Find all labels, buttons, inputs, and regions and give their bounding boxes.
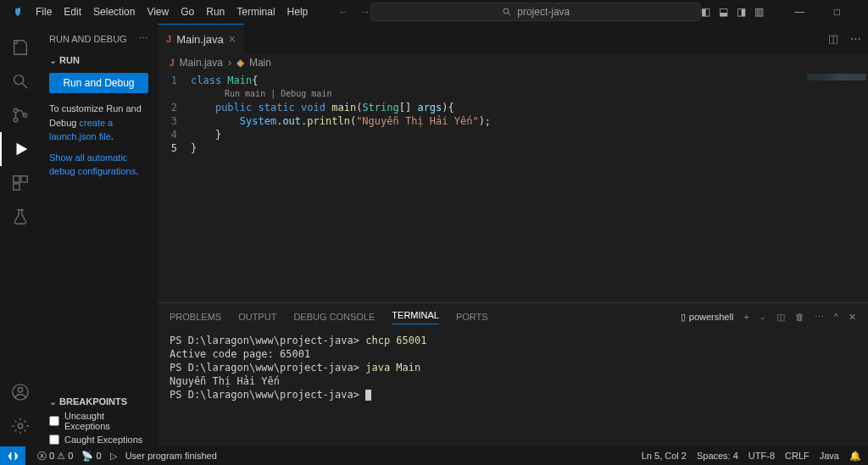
layout-sidebar-left-icon[interactable]: ◧ [701,6,710,18]
status-spaces[interactable]: Spaces: 4 [697,451,738,462]
terminal-body[interactable]: PS D:\laragon\www\project-java> chcp 650… [158,330,868,446]
status-errors[interactable]: ⓧ 0 ⚠ 0 [37,450,73,462]
menu-go[interactable]: Go [175,3,199,21]
status-notifications-icon[interactable]: 🔔 [849,451,861,462]
activity-settings[interactable] [0,409,41,443]
sidebar: RUN AND DEBUG ⋯ RUN Run and Debug To cus… [41,24,158,446]
svg-point-12 [18,423,23,429]
java-file-icon: J [166,34,171,44]
layout-customize-icon[interactable]: ▥ [754,6,764,18]
editor-tabs: J Main.java × ◫ ⋯ [158,24,868,53]
svg-point-4 [14,108,18,113]
line-numbers: 12345 [158,74,187,302]
activity-testing[interactable] [0,200,41,234]
svg-rect-9 [14,184,19,190]
menu-bar: File Edit Selection View Go Run Terminal… [0,3,313,21]
status-ports[interactable]: 📡 0 [81,451,101,462]
svg-line-3 [23,84,28,89]
kill-terminal-icon[interactable]: 🗑 [795,312,804,322]
app-logo [7,3,29,21]
bottom-panel: PROBLEMS OUTPUT DEBUG CONSOLE TERMINAL P… [158,302,868,446]
customize-text: To customize Run and Debug create a laun… [41,98,157,147]
activity-extensions[interactable] [0,166,41,200]
layout-sidebar-right-icon[interactable]: ◨ [737,6,746,18]
remote-button[interactable] [0,446,25,465]
panel-problems[interactable]: PROBLEMS [170,312,221,322]
section-breakpoints[interactable]: BREAKPOINTS [41,395,157,409]
activity-accounts[interactable] [0,375,41,409]
tab-close-icon[interactable]: × [229,32,236,46]
status-message: User program finished [125,451,217,461]
split-terminal-icon[interactable]: ◫ [776,312,785,323]
panel-output[interactable]: OUTPUT [238,312,276,322]
menu-edit[interactable]: Edit [58,3,86,21]
sidebar-title: RUN AND DEBUG [49,34,127,44]
nav-forward[interactable]: → [360,6,370,18]
window-minimize[interactable]: — [786,6,813,18]
panel-ports[interactable]: PORTS [456,312,488,322]
tab-main-java[interactable]: J Main.java × [158,24,244,53]
sidebar-more-icon[interactable]: ⋯ [139,33,148,44]
menu-file[interactable]: File [31,3,57,21]
nav-arrows: ← → [338,6,370,18]
codelens[interactable]: Run main | Debug main [191,87,868,101]
svg-point-5 [14,118,18,122]
layout-panel-icon[interactable]: ⬓ [719,6,728,18]
svg-line-1 [509,14,511,16]
split-editor-icon[interactable]: ◫ [828,32,838,45]
run-and-debug-button[interactable]: Run and Debug [49,73,148,93]
status-language[interactable]: Java [820,451,839,462]
menu-terminal[interactable]: Terminal [231,3,280,21]
terminal-cursor [365,390,371,401]
new-terminal-icon[interactable]: + [743,312,748,322]
tab-label: Main.java [176,33,224,46]
menu-selection[interactable]: Selection [88,3,140,21]
tab-more-icon[interactable]: ⋯ [850,32,861,45]
maximize-panel-icon[interactable]: ^ [834,312,838,322]
search-icon [502,7,512,17]
menu-help[interactable]: Help [282,3,314,21]
window-close[interactable]: ✕ [860,6,868,18]
activity-search[interactable] [0,64,41,98]
close-panel-icon[interactable]: ✕ [849,312,856,323]
bp-uncaught-checkbox[interactable] [49,416,59,426]
panel-terminal[interactable]: TERMINAL [392,310,439,324]
bp-caught-checkbox[interactable] [49,435,59,445]
svg-point-2 [14,75,24,85]
nav-back[interactable]: ← [338,6,348,18]
status-eol[interactable]: CRLF [785,451,810,462]
menu-run[interactable]: Run [201,3,230,21]
bp-uncaught[interactable]: Uncaught Exceptions [41,409,157,433]
command-center[interactable]: project-java [370,3,701,21]
svg-rect-8 [21,176,27,182]
terminal-shell-select[interactable]: ▯powershell [681,312,734,323]
section-run[interactable]: RUN [41,53,157,68]
code-editor[interactable]: 12345 class Main{ Run main | Debug main … [158,72,868,302]
status-debug-icon[interactable]: ▷ [110,451,117,462]
search-text: project-java [517,6,570,18]
bp-caught[interactable]: Caught Exceptions [41,433,157,446]
titlebar: File Edit Selection View Go Run Terminal… [0,0,868,24]
class-icon: ◆ [236,57,244,69]
window-maximize[interactable]: □ [823,6,850,18]
auto-configs-link[interactable]: Show all automatic debug configurations [49,152,136,177]
chevron-down-icon[interactable]: ⌄ [760,313,766,321]
status-encoding[interactable]: UTF-8 [748,451,775,462]
activity-bar [0,24,41,446]
activity-run-debug[interactable] [0,132,41,166]
panel-more-icon[interactable]: ⋯ [815,312,824,323]
panel-debug-console[interactable]: DEBUG CONSOLE [293,312,375,322]
svg-point-11 [18,388,23,393]
activity-explorer[interactable] [0,30,41,64]
svg-point-0 [504,8,509,14]
java-file-icon: J [170,58,175,68]
activity-source-control[interactable] [0,98,41,132]
status-lncol[interactable]: Ln 5, Col 2 [642,451,687,462]
status-bar: ⓧ 0 ⚠ 0 📡 0 ▷ User program finished Ln 5… [0,446,868,465]
svg-rect-7 [14,176,19,182]
breadcrumb[interactable]: J Main.java › ◆ Main [158,53,868,72]
menu-view[interactable]: View [142,3,174,21]
